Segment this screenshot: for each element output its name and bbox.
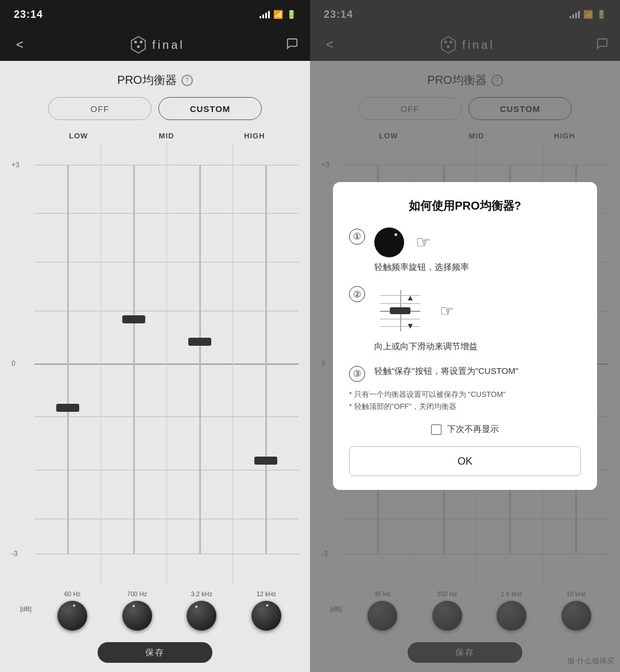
knob-col-db: [dB]: [11, 605, 40, 616]
knob-freq-700hz: 700 Hz: [127, 590, 147, 597]
knob-3k2hz[interactable]: [187, 601, 216, 631]
knob-col-700hz: 700 Hz: [105, 590, 170, 631]
logo-left: final: [129, 36, 185, 54]
knob-freq-12khz: 12 kHz: [257, 590, 276, 597]
status-icons-left: 📶 🔋: [259, 10, 296, 19]
step2-text: 向上或向下滑动来调节增益: [374, 340, 581, 353]
modal-title: 如何使用PRO均衡器?: [349, 198, 581, 214]
logo-text-left: final: [152, 38, 185, 52]
signal-icon-left: [259, 10, 270, 18]
right-panel: 23:14 📶 🔋 < final: [310, 0, 620, 672]
modal-note2: * 轻触顶部的"OFF"，关闭均衡器: [349, 401, 581, 413]
toggle-off-left[interactable]: OFF: [48, 97, 152, 120]
content-left: PRO均衡器 ? OFF CUSTOM LOW MID HIGH +3 0 -3: [0, 61, 310, 672]
eq-title-text-left: PRO均衡器: [117, 72, 176, 88]
slider-700hz[interactable]: [122, 315, 145, 323]
slider-3k2hz[interactable]: [188, 338, 211, 346]
toggle-custom-left[interactable]: CUSTOM: [158, 97, 262, 120]
step2-illustration: ▲ ▼ ☞: [374, 285, 581, 337]
db-plus3-label: +3: [11, 161, 20, 169]
no-show-checkbox[interactable]: [431, 424, 441, 435]
status-time-left: 23:14: [14, 9, 43, 21]
step3-content: 轻触"保存"按钮，将设置为"CUSTOM": [374, 365, 581, 378]
modal-note1: * 只有一个均衡器设置可以被保存为 "CUSTOM": [349, 389, 581, 401]
modal-overlay: 如何使用PRO均衡器? ① ☞ 轻触频率旋钮，选择频率 ②: [310, 0, 620, 672]
svg-marker-0: [131, 37, 145, 53]
eq-area-left: LOW MID HIGH +3 0 -3: [11, 132, 299, 585]
help-button-left[interactable]: ?: [181, 75, 193, 86]
knob-60hz[interactable]: [57, 601, 87, 631]
eq-title-left: PRO均衡器 ?: [117, 72, 192, 88]
step1-num: ①: [349, 229, 365, 245]
step1-content: ☞ 轻触频率旋钮，选择频率: [374, 227, 581, 274]
left-panel: 23:14 📶 🔋 < final: [0, 0, 310, 672]
knob-freq-3k2hz: 3.2 kHz: [191, 590, 212, 597]
knob-freq-60hz: 60 Hz: [64, 590, 81, 597]
modal-step3: ③ 轻触"保存"按钮，将设置为"CUSTOM": [349, 365, 581, 382]
toggle-row-left: OFF CUSTOM: [11, 97, 299, 120]
nav-bar-left: < final: [0, 29, 310, 61]
eq-graph-left: +3 0 -3: [11, 142, 299, 585]
step2-content: ▲ ▼ ☞ 向上或向下滑动来调节增益: [374, 285, 581, 353]
band-labels-left: LOW MID HIGH: [11, 132, 299, 140]
step2-num: ②: [349, 286, 365, 302]
battery-icon-left: 🔋: [286, 10, 296, 19]
knob-12khz[interactable]: [251, 601, 281, 631]
step3-num: ③: [349, 366, 365, 382]
knob-col-12khz: 12 kHz: [234, 590, 299, 631]
knob-700hz[interactable]: [122, 601, 152, 631]
db-unit-label: [dB]: [20, 605, 32, 612]
band-label-mid: MID: [122, 132, 210, 140]
svg-point-3: [137, 45, 140, 48]
knob-col-60hz: 60 Hz: [40, 590, 105, 631]
db-minus3-label: -3: [11, 550, 18, 558]
slider-12khz[interactable]: [254, 457, 277, 465]
svg-point-1: [134, 41, 137, 44]
back-button-left[interactable]: <: [11, 33, 28, 57]
swipe-hand-icon: ☞: [440, 302, 454, 320]
modal-card: 如何使用PRO均衡器? ① ☞ 轻触频率旋钮，选择频率 ②: [333, 182, 597, 491]
step1-illustration: ☞: [374, 227, 581, 257]
modal-step1: ① ☞ 轻触频率旋钮，选择频率: [349, 227, 581, 274]
step1-text: 轻触频率旋钮，选择频率: [374, 261, 581, 274]
save-bar-left: 保存: [11, 636, 299, 672]
modal-notes: * 只有一个均衡器设置可以被保存为 "CUSTOM" * 轻触顶部的"OFF"，…: [349, 389, 581, 413]
knob-col-3k2hz: 3.2 kHz: [169, 590, 234, 631]
tap-hand-icon: ☞: [416, 232, 431, 252]
band-label-low: LOW: [34, 132, 122, 140]
modal-checkbox-row: 下次不再显示: [349, 424, 581, 435]
step3-text: 轻触"保存"按钮，将设置为"CUSTOM": [374, 365, 581, 378]
slider-60hz[interactable]: [56, 404, 79, 412]
knob-illustration: [374, 227, 404, 257]
hex-logo-left: [129, 36, 148, 54]
svg-point-2: [140, 41, 142, 44]
band-label-high: HIGH: [211, 132, 299, 140]
ok-button[interactable]: OK: [349, 446, 581, 476]
wifi-icon-left: 📶: [273, 10, 283, 19]
chat-icon-left[interactable]: [286, 37, 299, 53]
modal-step2: ②: [349, 285, 581, 353]
save-button-left[interactable]: 保存: [98, 642, 212, 663]
db-zero-label: 0: [11, 360, 16, 368]
no-show-label: 下次不再显示: [447, 424, 499, 435]
status-bar-left: 23:14 📶 🔋: [0, 0, 310, 29]
knobs-area-left: [dB] 60 Hz 700 Hz 3.2 kHz: [11, 585, 299, 636]
